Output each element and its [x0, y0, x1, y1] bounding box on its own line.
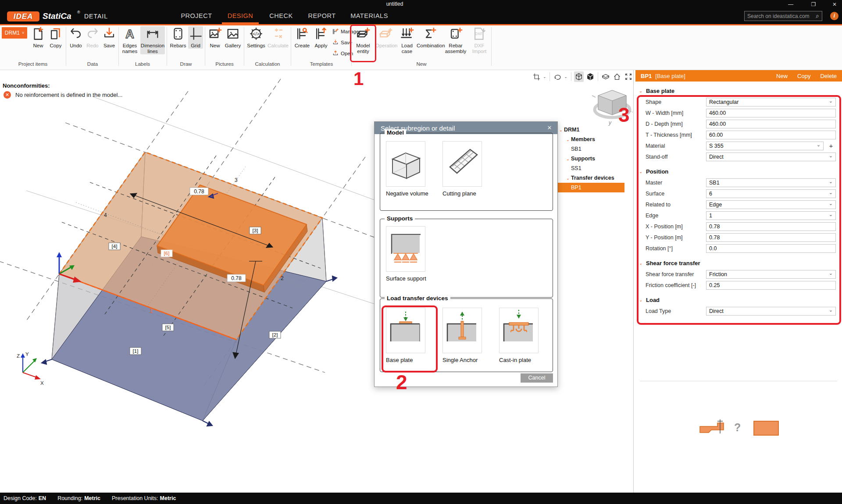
template-open-button[interactable]: Open	[332, 50, 353, 57]
wireframe-view-icon[interactable]	[574, 71, 584, 82]
tree-item-ss1[interactable]: SS1	[558, 163, 633, 173]
panel-new-button[interactable]: New	[776, 73, 788, 79]
operation-button[interactable]: Operation	[375, 26, 396, 49]
tree-root-drm1[interactable]: ⌄DRM1	[558, 125, 633, 135]
w-width-mm-input[interactable]: 460.00	[706, 109, 836, 117]
cancel-button[interactable]: Cancel	[521, 373, 553, 383]
property-label: Rotation [°]	[646, 245, 706, 252]
tree-item-bp1[interactable]: BP1	[558, 183, 624, 192]
dimension-lines-toggle[interactable]: Dimension lines	[140, 26, 165, 54]
panel-delete-button[interactable]: Delete	[820, 73, 837, 79]
tab-check[interactable]: CHECK	[265, 9, 297, 24]
dialog-close-icon[interactable]: ✕	[545, 124, 554, 132]
save-button[interactable]: Save	[101, 26, 117, 49]
section-header-position[interactable]: ⌄ Position	[639, 167, 842, 176]
close-icon[interactable]: ✕	[827, 0, 842, 9]
section-header-shear-force-transfer[interactable]: ⌄ Shear force transfer	[639, 258, 842, 268]
crop-view-icon[interactable]	[532, 71, 541, 82]
model-viewport[interactable]: 0.78 0.78 [1] [2] [3] [4] [5]	[0, 70, 633, 493]
rebars-button[interactable]: Rebars	[169, 26, 187, 49]
rotate-dropdown-icon[interactable]: ⌄	[564, 75, 568, 79]
minimize-icon[interactable]: —	[783, 0, 798, 9]
edges-names-toggle[interactable]: A Edges names	[120, 26, 139, 54]
redo-button[interactable]: Redo	[85, 26, 100, 49]
tree-group-supports[interactable]: ⌄Supports	[558, 154, 633, 163]
gallery-button[interactable]: Gallery	[224, 26, 242, 49]
fullscreen-icon[interactable]	[624, 71, 633, 82]
t-thickness-mm-input[interactable]: 60.00	[706, 131, 836, 139]
shape-dropdown[interactable]: Rectangular	[706, 98, 836, 106]
stand-off-dropdown[interactable]: Direct	[706, 153, 836, 161]
tab-report[interactable]: REPORT	[303, 9, 340, 24]
error-x-icon: ✕	[4, 91, 11, 99]
dialog-card-cutting-plane[interactable]: Cutting plane	[442, 141, 482, 197]
material-dropdown[interactable]: S 355	[706, 142, 824, 150]
load-type-dropdown[interactable]: Direct	[706, 307, 836, 316]
tab-project[interactable]: PROJECT	[175, 9, 218, 24]
surface-dropdown[interactable]: 6	[706, 189, 836, 198]
master-dropdown[interactable]: SB1	[706, 178, 836, 187]
panel-copy-button[interactable]: Copy	[797, 73, 810, 79]
dxf-import-button[interactable]: DXF DXF Import	[469, 26, 489, 54]
chevron-down-icon: ⌄	[565, 176, 571, 181]
combination-button[interactable]: Combination	[417, 26, 442, 49]
project-item-selector[interactable]: DRM1˅	[2, 27, 27, 39]
shear-force-transfer-dropdown[interactable]: Friction	[706, 270, 836, 279]
property-panel-header: BP1 [Base plate] New Copy Delete	[635, 70, 842, 82]
info-icon[interactable]: i	[830, 12, 838, 20]
friction-coefficient-input[interactable]: 0.25	[706, 281, 836, 290]
template-create-button[interactable]: Create	[293, 26, 311, 49]
tab-materials[interactable]: MATERIALS	[346, 9, 392, 24]
dimension-x-value: 0.78	[194, 188, 204, 195]
card-label: Cast-in plate	[499, 357, 539, 363]
crop-dropdown-icon[interactable]: ⌄	[543, 75, 547, 79]
solid-view-icon[interactable]	[585, 71, 595, 82]
tree-group-transfer-devices[interactable]: ⌄Transfer devices	[558, 173, 633, 183]
add-material-button[interactable]: +	[827, 142, 835, 150]
dialog-card-negative-volume[interactable]: Negative volume	[386, 141, 425, 197]
d-depth-mm-input[interactable]: 460.00	[706, 120, 836, 128]
section-view-icon[interactable]	[601, 71, 610, 82]
dialog-card-surface-support[interactable]: Surface support	[386, 226, 425, 282]
letter-a-icon: A	[120, 26, 139, 42]
section-header-base-plate[interactable]: ⌄ Base plate	[639, 86, 842, 96]
rotate-view-icon[interactable]	[553, 71, 562, 82]
template-apply-button[interactable]: Apply	[312, 26, 330, 49]
x-position-m-input[interactable]: 0.78	[706, 222, 836, 231]
tree-group-members[interactable]: ⌄Members	[558, 135, 633, 144]
maximize-icon[interactable]: ❐	[806, 0, 821, 9]
copy-project-item-button[interactable]: Copy	[47, 26, 64, 49]
rebar-assembly-button[interactable]: Rebar assembly	[443, 26, 468, 54]
new-picture-button[interactable]: New	[207, 26, 223, 49]
edge-dropdown[interactable]: 1	[706, 211, 836, 220]
template-save-button[interactable]: Save	[332, 39, 352, 46]
svg-text:3: 3	[235, 177, 238, 183]
new-project-item-button[interactable]: New	[30, 26, 46, 49]
model-entity-button[interactable]: Model entity	[353, 26, 373, 54]
chevron-down-icon: ⌄	[558, 128, 564, 132]
property-label: Material	[646, 143, 706, 149]
dialog-card-cast-in-plate[interactable]: Cast-in plate	[499, 308, 539, 363]
property-row-master: MasterSB1	[635, 177, 842, 188]
chevron-down-icon: ⌄	[639, 298, 646, 302]
dialog-card-base-plate[interactable]: Base plate	[386, 308, 425, 363]
undo-button[interactable]: Undo	[68, 26, 84, 49]
calculate-button[interactable]: Calculate	[267, 26, 289, 49]
dialog-card-single-anchor[interactable]: Single Anchor	[442, 308, 482, 363]
card-label: Base plate	[386, 357, 425, 363]
section-header-load[interactable]: ⌄ Load	[639, 295, 842, 305]
search-input[interactable]: Search on ideastatica.com ⌕	[744, 11, 822, 21]
related-to-dropdown[interactable]: Edge	[706, 200, 836, 209]
group-label-new: New	[353, 61, 489, 67]
home-view-icon[interactable]	[612, 71, 622, 82]
chevron-down-icon: ⌄	[639, 169, 646, 174]
tree-item-sb1[interactable]: SB1	[558, 144, 633, 154]
navigation-cube[interactable]: y	[591, 84, 633, 128]
rotation-input[interactable]: 0.0	[706, 244, 836, 253]
settings-button[interactable]: </> Settings	[246, 26, 266, 49]
tab-design[interactable]: DESIGN	[222, 9, 259, 24]
grid-toggle[interactable]: Grid	[188, 26, 203, 49]
y-position-m-input[interactable]: 0.78	[706, 233, 836, 242]
load-case-button[interactable]: Load case	[398, 26, 416, 54]
picture-add-icon	[207, 26, 223, 42]
